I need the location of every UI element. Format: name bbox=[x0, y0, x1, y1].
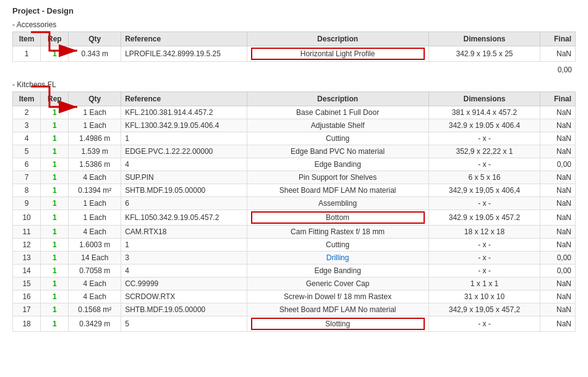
cell-reference: 4 bbox=[121, 265, 247, 277]
cell-item: 17 bbox=[13, 303, 41, 316]
cell-item: 8 bbox=[13, 184, 41, 197]
cell-dimensions: 381 x 914.4 x 457.2 bbox=[428, 106, 540, 119]
table-row: 11 1 4 Each CAM.RTX18 Cam Fitting Rastex… bbox=[13, 226, 576, 239]
cell-item: 1 bbox=[13, 46, 41, 62]
cell-item: 10 bbox=[13, 210, 41, 226]
cell-qty: 4 Each bbox=[69, 226, 121, 239]
cell-dimensions: - x - bbox=[428, 252, 540, 265]
cell-qty: 1.6003 m bbox=[69, 239, 121, 252]
cell-qty: 0.1568 m² bbox=[69, 303, 121, 316]
cell-final: NaN bbox=[540, 239, 576, 252]
cell-qty: 4 Each bbox=[69, 290, 121, 303]
cell-final: NaN bbox=[540, 316, 576, 332]
table-row: 13 1 14 Each 3 Drilling - x - 0,00 bbox=[13, 252, 576, 265]
cell-final: NaN bbox=[540, 106, 576, 119]
cell-dimensions: 342.9 x 19.5 x 25 bbox=[428, 46, 540, 62]
cell-rep: 1 bbox=[41, 265, 69, 277]
cell-dimensions: - x - bbox=[428, 158, 540, 171]
table-row: 10 1 1 Each KFL.1050.342.9.19.05.457.2 B… bbox=[13, 210, 576, 226]
cell-qty: 1.5386 m bbox=[69, 158, 121, 171]
cell-rep: 1 bbox=[41, 252, 69, 265]
cell-rep: 1 bbox=[41, 184, 69, 197]
accessories-subtotal: 0,00 bbox=[12, 64, 576, 75]
cell-qty: 1.539 m bbox=[69, 145, 121, 158]
cell-reference: 1 bbox=[121, 239, 247, 252]
cell-dimensions: - x - bbox=[428, 197, 540, 210]
section-kitchens: - Kitchens FL Item Rep Qty Reference Des… bbox=[12, 80, 576, 332]
cell-dimensions: 18 x 12 x 18 bbox=[428, 226, 540, 239]
cell-qty: 0.3429 m bbox=[69, 316, 121, 332]
section-label-kitchens: - Kitchens FL bbox=[12, 80, 576, 89]
cell-qty: 0.343 m bbox=[69, 46, 121, 62]
cell-item: 7 bbox=[13, 171, 41, 184]
cell-qty: 0.7058 m bbox=[69, 265, 121, 277]
cell-rep: 1 bbox=[41, 197, 69, 210]
table-row: 12 1 1.6003 m 1 Cutting - x - NaN bbox=[13, 239, 576, 252]
cell-rep: 1 bbox=[41, 277, 69, 290]
cell-qty: 1 Each bbox=[69, 197, 121, 210]
cell-description: Edge Band PVC No material bbox=[247, 145, 428, 158]
cell-rep: 1 bbox=[41, 132, 69, 145]
description-cell: Cam Fitting Rastex f/ 18 mm bbox=[291, 227, 385, 236]
cell-final: NaN bbox=[540, 226, 576, 239]
cell-final: NaN bbox=[540, 171, 576, 184]
description-cell: Edge Band PVC No material bbox=[291, 147, 385, 156]
th-dim-kit: Dimensions bbox=[428, 92, 540, 106]
cell-dimensions: - x - bbox=[428, 132, 540, 145]
cell-rep: 1 bbox=[41, 303, 69, 316]
cell-reference: 3 bbox=[121, 252, 247, 265]
th-ref-kit: Reference bbox=[121, 92, 247, 106]
cell-reference: CAM.RTX18 bbox=[121, 226, 247, 239]
th-ref-acc: Reference bbox=[121, 32, 247, 46]
cell-reference: SUP.PIN bbox=[121, 171, 247, 184]
description-cell: Edge Banding bbox=[314, 266, 360, 275]
cell-rep: 1 bbox=[41, 119, 69, 132]
cell-item: 2 bbox=[13, 106, 41, 119]
cell-reference: SHTB.MDF.19.05.00000 bbox=[121, 184, 247, 197]
cell-reference: KFL.1050.342.9.19.05.457.2 bbox=[121, 210, 247, 226]
highlighted-description: Bottom bbox=[251, 211, 425, 224]
cell-qty: 4 Each bbox=[69, 171, 121, 184]
cell-dimensions: 1 x 1 x 1 bbox=[428, 277, 540, 290]
cell-dimensions: 352,9 x 22,22 x 1 bbox=[428, 145, 540, 158]
table-row: 5 1 1.539 m EDGE.PVC.1.22.22.00000 Edge … bbox=[13, 145, 576, 158]
cell-final: NaN bbox=[540, 184, 576, 197]
th-qty-acc: Qty bbox=[69, 32, 121, 46]
th-final-kit: Final bbox=[540, 92, 576, 106]
description-cell: Base Cabinet 1 Full Door bbox=[296, 108, 379, 117]
cell-description: Sheet Board MDF LAM No material bbox=[247, 184, 428, 197]
cell-final: NaN bbox=[540, 277, 576, 290]
cell-dimensions: - x - bbox=[428, 265, 540, 277]
table-row: 6 1 1.5386 m 4 Edge Banding - x - 0,00 bbox=[13, 158, 576, 171]
th-dim-acc: Dimensions bbox=[428, 32, 540, 46]
description-cell: Generic Cover Cap bbox=[306, 279, 370, 288]
cell-reference: LPROFILE.342.8999.19.5.25 bbox=[121, 46, 247, 62]
cell-rep: 1 bbox=[41, 106, 69, 119]
table-row: 7 1 4 Each SUP.PIN Pin Support for Shelv… bbox=[13, 171, 576, 184]
table-row: 15 1 4 Each CC.99999 Generic Cover Cap 1… bbox=[13, 277, 576, 290]
cell-dimensions: - x - bbox=[428, 239, 540, 252]
cell-reference: EDGE.PVC.1.22.22.00000 bbox=[121, 145, 247, 158]
cell-item: 5 bbox=[13, 145, 41, 158]
cell-reference: 4 bbox=[121, 158, 247, 171]
cell-description: Generic Cover Cap bbox=[247, 277, 428, 290]
cell-description: Horizontal Light Profile bbox=[247, 46, 428, 62]
table-row: 2 1 1 Each KFL.2100.381.914.4.457.2 Base… bbox=[13, 106, 576, 119]
highlighted-description: Horizontal Light Profile bbox=[251, 48, 425, 60]
table-row: 16 1 4 Each SCRDOW.RTX Screw-in Dowel f/… bbox=[13, 290, 576, 303]
description-cell: Screw-in Dowel f/ 18 mm Rastex bbox=[284, 292, 391, 301]
table-row: 3 1 1 Each KFL.1300.342.9.19.05.406.4 Ad… bbox=[13, 119, 576, 132]
cell-dimensions: 6 x 5 x 16 bbox=[428, 171, 540, 184]
cell-final: NaN bbox=[540, 197, 576, 210]
cell-description: Base Cabinet 1 Full Door bbox=[247, 106, 428, 119]
cell-description: Drilling bbox=[247, 252, 428, 265]
cell-rep: 1 bbox=[41, 171, 69, 184]
description-cell: Adjustable Shelf bbox=[311, 121, 365, 130]
table-row: 9 1 1 Each 6 Assembling - x - NaN bbox=[13, 197, 576, 210]
highlighted-description: Slotting bbox=[251, 318, 425, 330]
cell-description: Cutting bbox=[247, 239, 428, 252]
cell-description: Cam Fitting Rastex f/ 18 mm bbox=[247, 226, 428, 239]
table-row: 17 1 0.1568 m² SHTB.MDF.19.05.00000 Shee… bbox=[13, 303, 576, 316]
cell-final: NaN bbox=[540, 290, 576, 303]
cell-reference: KFL.2100.381.914.4.457.2 bbox=[121, 106, 247, 119]
